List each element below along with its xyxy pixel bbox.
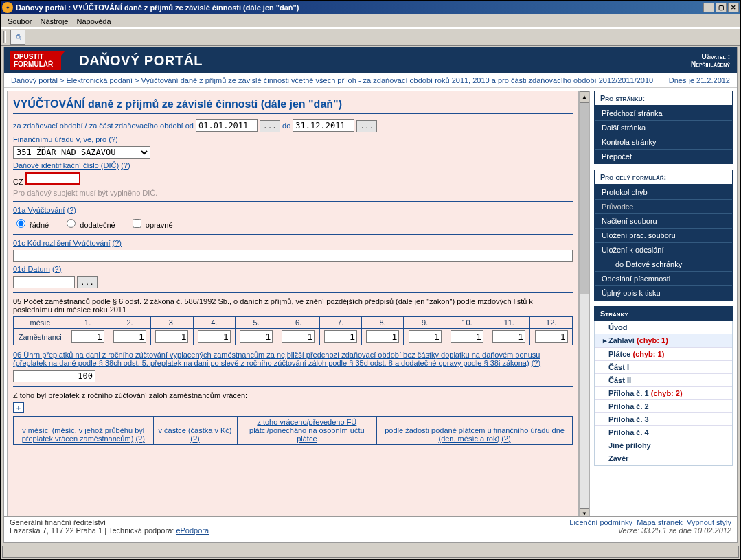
save-send[interactable]: Uložení k odeslání <box>595 242 732 257</box>
emp-4[interactable] <box>198 330 231 343</box>
footer-link-license[interactable]: Licenční podmínky <box>569 518 632 526</box>
datum-picker[interactable]: ... <box>77 276 98 288</box>
page-zahlavi[interactable]: ▸Záhlaví (chyb: 1) <box>595 334 732 348</box>
radio-dodatecne[interactable]: dodatečné <box>63 221 115 229</box>
maximize-button[interactable]: ▢ <box>716 3 727 12</box>
kod-link[interactable]: 01c Kód rozlišení Vyúčtování <box>13 239 110 247</box>
page-uvod[interactable]: Úvod <box>595 321 732 334</box>
portal-header: OPUSTIT FORMULÁŘ DAŇOVÝ PORTÁL Uživatel … <box>4 47 737 73</box>
emp-3[interactable] <box>155 330 188 343</box>
datum-help[interactable]: (?) <box>52 265 61 273</box>
vertical-scrollbar[interactable]: ▲ ▼ <box>579 91 590 520</box>
emp-8[interactable] <box>366 330 399 343</box>
footer-org: Generální finanční ředitelství <box>10 518 209 526</box>
portal-user: Uživatel : Nepřihlášený <box>691 53 730 68</box>
scroll-thumb[interactable] <box>580 102 589 294</box>
period-from-input[interactable] <box>196 119 258 132</box>
print-button[interactable]: ⎙ <box>10 30 25 45</box>
page-priloha1[interactable]: Příloha č. 1 (chyb: 2) <box>595 387 732 400</box>
emp-10[interactable] <box>451 330 483 343</box>
footer-support[interactable]: ePodpora <box>176 526 209 535</box>
footer-addr: Lazarská 7, 117 22 Praha 1 | Technická p… <box>10 526 176 535</box>
kod-input[interactable] <box>13 250 573 262</box>
emp-6[interactable] <box>282 330 315 343</box>
printer-icon: ⎙ <box>16 32 21 42</box>
kod-help[interactable]: (?) <box>113 239 122 247</box>
full-print[interactable]: Úplný opis k tisku <box>595 285 732 300</box>
footer-left: Generální finanční ředitelství Lazarská … <box>10 518 209 541</box>
menu-help[interactable]: Nápověda <box>72 16 115 27</box>
save-send-ds[interactable]: do Datové schránky <box>595 257 732 271</box>
col4-help[interactable]: (?) <box>501 434 510 443</box>
period-label: za zdaňovací období / za část zdaňovacíh… <box>13 121 194 130</box>
col2-help[interactable]: (?) <box>190 434 199 443</box>
t06-input[interactable] <box>13 370 95 382</box>
content-area: OPUSTIT FORMULÁŘ DAŇOVÝ PORTÁL Uživatel … <box>3 47 738 543</box>
period-to-input[interactable] <box>293 119 354 132</box>
crumb-2[interactable]: Elektronická podání <box>66 76 133 84</box>
col4-link[interactable]: podle žádosti podané plátcem u finančníh… <box>385 426 565 443</box>
menu-file[interactable]: Soubor <box>3 16 36 27</box>
page-priloha3[interactable]: Příloha č. 3 <box>595 413 732 426</box>
dic-input[interactable] <box>25 172 80 185</box>
emp-11[interactable] <box>492 330 525 343</box>
page-jine[interactable]: Jiné přílohy <box>595 439 732 452</box>
fu-select[interactable]: 351 ŽĎÁR NAD SÁZAVOU <box>13 146 150 159</box>
crumb-1[interactable]: Daňový portál <box>11 76 58 84</box>
err-protocol[interactable]: Protokol chyb <box>595 185 732 199</box>
page-platce[interactable]: Plátce (chyb: 1) <box>595 348 732 361</box>
emp-9[interactable] <box>409 330 442 343</box>
leave-line1: OPUSTIT <box>14 53 53 60</box>
col1-help[interactable]: (?) <box>135 434 144 443</box>
check-page[interactable]: Kontrola stránky <box>595 135 732 149</box>
t06-help[interactable]: (?) <box>532 359 540 367</box>
sidebar-page-list: Předchozí stránka Další stránka Kontrola… <box>594 105 733 164</box>
emp-7[interactable] <box>324 330 357 343</box>
scroll-up-button[interactable]: ▲ <box>580 91 589 102</box>
prev-page[interactable]: Předchozí stránka <box>595 106 732 120</box>
emp-1[interactable] <box>71 330 104 343</box>
crumb-3[interactable]: Vyúčtování daně z příjmů ze závislé činn… <box>141 76 654 84</box>
period-from-picker[interactable]: ... <box>260 120 280 132</box>
menu-tools[interactable]: Nástroje <box>36 16 72 27</box>
footer-link-sitemap[interactable]: Mapa stránek <box>637 518 683 526</box>
dic-help[interactable]: (?) <box>121 161 130 170</box>
page-cast1[interactable]: Část I <box>595 361 732 374</box>
emp-5[interactable] <box>240 330 273 343</box>
page-priloha2[interactable]: Příloha č. 2 <box>595 400 732 413</box>
recalc[interactable]: Přepočet <box>595 149 732 163</box>
chk-opravne[interactable]: opravné <box>130 221 173 229</box>
divider-3 <box>13 292 573 293</box>
add-row-button[interactable]: + <box>13 402 24 413</box>
page-priloha4[interactable]: Příloha č. 4 <box>595 426 732 439</box>
fu-help[interactable]: (?) <box>109 135 117 143</box>
dic-link[interactable]: Daňové identifikační číslo (DIČ) <box>13 161 119 170</box>
emp-12[interactable] <box>535 330 568 343</box>
datum-input[interactable] <box>13 276 75 288</box>
t06-link[interactable]: 06 Úhrn přeplatků na dani z ročního zúčt… <box>13 351 540 367</box>
close-button[interactable]: ✕ <box>728 3 739 12</box>
page-cast2[interactable]: Část II <box>595 374 732 387</box>
t05-text: 05 Počet zaměstnanců podle § 6 odst. 2 z… <box>13 297 573 314</box>
send-doc[interactable]: Odeslání písemnosti <box>595 271 732 285</box>
col2-link[interactable]: v částce (částka v Kč) <box>159 426 232 434</box>
load-file[interactable]: Načtení souboru <box>595 213 732 228</box>
vyuct-link[interactable]: 01a Vyúčtování <box>13 206 65 214</box>
sidebar-page-box: Pro stránku: Předchozí stránka Další str… <box>594 91 733 164</box>
datum-link[interactable]: 01d Datum <box>13 265 50 273</box>
period-to-label: do <box>282 121 290 130</box>
emp-2[interactable] <box>113 330 146 343</box>
footer-link-styles[interactable]: Vypnout styly <box>687 518 731 526</box>
period-to-picker[interactable]: ... <box>356 120 377 132</box>
save-work[interactable]: Uložení prac. souboru <box>595 228 732 242</box>
col3-link[interactable]: z toho vráceno/převedeno FÚ plátci/ponec… <box>249 418 365 443</box>
radio-radne[interactable]: řádné <box>13 221 49 229</box>
fu-link[interactable]: Finančnímu úřadu v, ve, pro <box>13 135 106 143</box>
page-zaver[interactable]: Závěr <box>595 452 732 465</box>
next-page[interactable]: Další stránka <box>595 120 732 135</box>
leave-form-button[interactable]: OPUSTIT FORMULÁŘ <box>10 51 61 70</box>
minimize-button[interactable]: _ <box>703 3 714 12</box>
col1-link[interactable]: v měsíci (měsíc, v jehož průběhu byl pře… <box>22 426 145 443</box>
vyuct-help[interactable]: (?) <box>67 206 76 214</box>
wizard[interactable]: Průvodce <box>595 199 732 213</box>
